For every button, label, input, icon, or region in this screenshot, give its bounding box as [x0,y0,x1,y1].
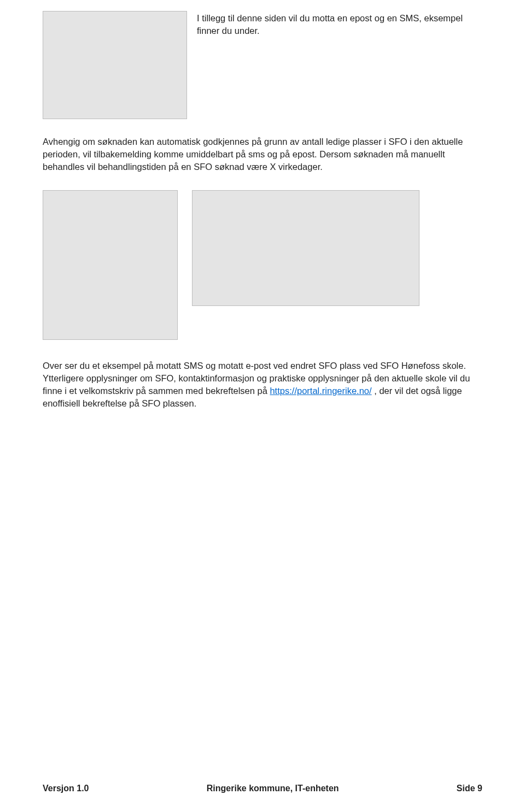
paragraph-3: Over ser du et eksempel på motatt SMS og… [43,360,482,409]
document-page: I tillegg til denne siden vil du motta e… [0,0,525,812]
screenshot-website [43,11,187,119]
footer-center: Ringerike kommune, IT-enheten [207,784,339,793]
paragraph-3-container: Over ser du et eksempel på motatt SMS og… [43,360,482,409]
top-row: I tillegg til denne siden vil du motta e… [43,11,482,119]
paragraph-2: Avhengig om søknaden kan automatisk godk… [43,136,482,173]
screenshot-sms-phone [43,190,178,340]
footer-page-number: Side 9 [457,784,482,793]
footer-version: Versjon 1.0 [43,784,89,793]
top-paragraph-container: I tillegg til denne siden vil du motta e… [197,11,482,37]
paragraph-2-container: Avhengig om søknaden kan automatisk godk… [43,136,482,173]
portal-link[interactable]: https://portal.ringerike.no/ [270,386,371,396]
image-row [43,190,482,340]
screenshot-email-outlook [192,190,419,306]
page-footer: Versjon 1.0 Ringerike kommune, IT-enhete… [43,784,482,793]
top-paragraph: I tillegg til denne siden vil du motta e… [197,12,482,37]
